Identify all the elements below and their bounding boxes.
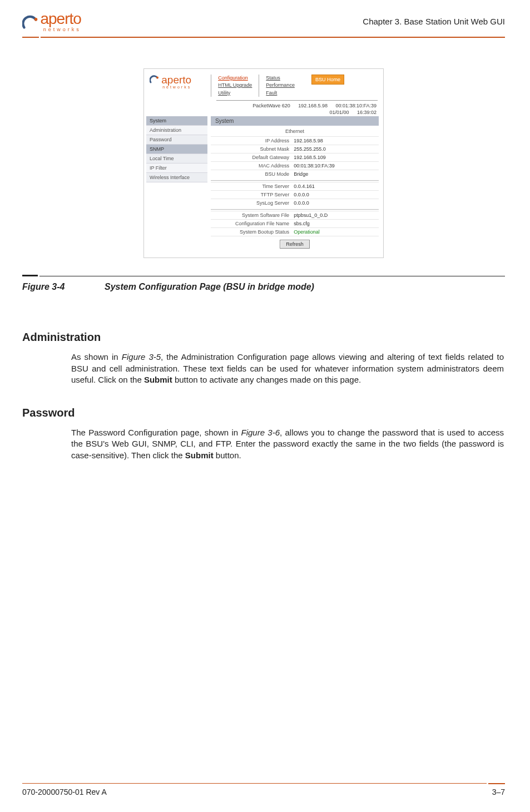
figure-caption: Figure 3-4System Configuration Page (BSU… [22,282,505,292]
nav-status[interactable]: Status [266,75,280,81]
footer-rule [22,783,505,784]
screenshot-logo-name: aperto [161,74,191,86]
logo-name: aperto [40,10,81,27]
table-row: System Bootup StatusOperational [211,227,379,236]
table-row: IP Address192.168.5.98 [211,136,379,145]
footer-doc-id: 070-20000750-01 Rev A [22,788,107,796]
figure-reference: Figure 3-6 [241,428,280,437]
nav-html-upgrade[interactable]: HTML Upgrade [218,82,252,88]
nav-fault[interactable]: Fault [266,90,277,96]
device-status-line: PacketWave 620 192.168.5.98 00:01:38:10:… [144,101,383,110]
sidebar-item-wireless-interface[interactable]: Wireless Interface [146,173,207,182]
sidebar-item-password[interactable]: Password [146,135,207,145]
refresh-button[interactable]: Refresh [280,240,310,249]
submit-reference: Submit [144,375,172,384]
table-row: Default Gateway192.168.5.109 [211,153,379,161]
header-rule [22,37,505,38]
nav-performance[interactable]: Performance [266,82,295,88]
device-model: PacketWave 620 [252,103,290,108]
table-row: Subnet Mask255.255.255.0 [211,145,379,153]
chapter-title: Chapter 3. Base Station Unit Web GUI [363,17,505,26]
para-password: The Password Configuration page, shown i… [71,427,504,461]
device-date: 01/01/00 [329,110,349,115]
heading-password: Password [22,407,505,419]
panel-subhead-ethernet: Ethernet [211,127,379,136]
heading-administration: Administration [22,331,505,344]
table-row: BSU ModeBridge [211,170,379,178]
page-logo: aperto networks [22,11,81,32]
bsu-home-button[interactable]: BSU Home [311,75,344,85]
sidebar-item-snmp[interactable]: SNMP [146,145,207,154]
footer-page-number: 3–7 [492,788,505,796]
nav-utility[interactable]: Utility [218,90,230,96]
screenshot-logo-sub: networks [150,85,191,89]
figure-title: System Configuration Page (BSU in bridge… [105,282,314,291]
device-mac: 00:01:38:10:FA:39 [335,103,377,108]
para-administration: As shown in Figure 3-5, the Administrati… [71,351,504,385]
aperto-mark-icon [150,75,158,83]
table-row: SysLog Server0.0.0.0 [211,199,379,207]
svg-point-1 [156,76,158,78]
config-sidebar: System Administration Password SNMP Loca… [146,116,207,250]
screenshot-logo: aperto networks [150,75,191,89]
nav-configuration[interactable]: Configuration [218,75,248,81]
device-ip: 192.168.5.98 [298,103,328,108]
aperto-mark-icon [22,14,38,29]
sidebar-item-administration[interactable]: Administration [146,126,207,135]
submit-reference: Submit [185,450,214,460]
table-row: Configuration File Namesbs.cfg [211,219,379,227]
table-row: TFTP Server0.0.0.0 [211,190,379,199]
sidebar-item-system[interactable]: System [146,116,207,126]
table-row: System Software Fileptpbsu1_0_0.D [211,211,379,219]
device-time: 16:39:02 [357,110,377,115]
figure-reference: Figure 3-5 [122,352,161,362]
svg-point-0 [34,18,38,21]
panel-title-system: System [211,116,379,126]
figure-separator [22,275,505,276]
table-row: Time Server0.0.4.161 [211,182,379,190]
figure-number: Figure 3-4 [22,282,105,292]
sidebar-item-ip-filter[interactable]: IP Filter [146,164,207,173]
figure-screenshot: aperto networks Configuration HTML Upgra… [143,68,384,259]
table-row: MAC Address00:01:38:10:FA:39 [211,161,379,170]
sidebar-item-local-time[interactable]: Local Time [146,154,207,164]
